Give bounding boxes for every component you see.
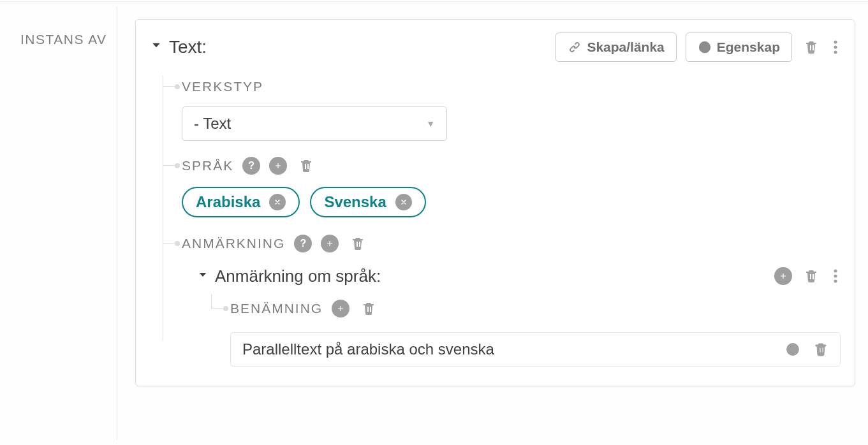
language-delete-icon[interactable]	[296, 156, 316, 176]
pill-label: Svenska	[324, 193, 386, 211]
globe-icon[interactable]	[783, 339, 803, 360]
language-row: SPRÅK ? Arabiska	[163, 155, 841, 217]
pill-remove-svenska[interactable]	[395, 194, 412, 210]
workstype-label: VERKSTYP	[182, 79, 263, 94]
name-add-icon[interactable]	[332, 300, 349, 317]
language-label: SPRÅK	[182, 158, 233, 173]
svg-point-3	[834, 270, 837, 273]
input-delete-icon[interactable]	[811, 339, 831, 360]
note-add-icon[interactable]	[321, 235, 339, 252]
card-title: Text:	[169, 37, 207, 57]
workstype-select[interactable]: - Text ▼	[182, 106, 447, 141]
subcard-add-icon[interactable]	[774, 267, 792, 285]
subcard-title: Anmärkning om språk:	[215, 266, 381, 286]
svg-point-1	[834, 46, 837, 49]
svg-point-2	[834, 51, 837, 54]
language-add-icon[interactable]	[269, 157, 287, 175]
name-input-row	[230, 332, 841, 367]
top-divider	[0, 1, 868, 2]
name-delete-icon[interactable]	[358, 298, 379, 319]
instance-card: Text: Skapa/länka Egenskap	[135, 19, 855, 386]
pill-remove-arabiska[interactable]	[269, 194, 286, 210]
create-link-label: Skapa/länka	[587, 40, 664, 55]
workstype-row: VERKSTYP - Text ▼	[163, 76, 841, 141]
language-pill-svenska[interactable]: Svenska	[310, 187, 425, 217]
more-menu-card[interactable]	[830, 37, 841, 57]
note-row: ANMÄRKNING ?	[163, 233, 841, 367]
delete-card-button[interactable]	[801, 37, 821, 57]
name-row: BENÄMNING	[211, 298, 841, 367]
subcard-collapse-toggle[interactable]	[197, 268, 209, 284]
workstype-selected-value: - Text	[194, 115, 231, 133]
subcard-delete-icon[interactable]	[801, 266, 821, 286]
name-label: BENÄMNING	[230, 301, 323, 316]
note-delete-icon[interactable]	[348, 233, 368, 254]
property-button[interactable]: Egenskap	[686, 33, 792, 62]
language-help-icon[interactable]: ?	[242, 157, 260, 175]
pill-label: Arabiska	[196, 193, 260, 211]
svg-point-4	[834, 275, 837, 278]
property-label: Egenskap	[717, 40, 780, 55]
note-help-icon[interactable]: ?	[294, 235, 312, 252]
section-label: INSTANS AV	[0, 6, 117, 440]
subcard-more-menu[interactable]	[830, 266, 841, 286]
select-caret-icon: ▼	[426, 119, 435, 129]
language-pill-arabiska[interactable]: Arabiska	[182, 187, 300, 217]
note-label: ANMÄRKNING	[182, 236, 285, 251]
create-link-button[interactable]: Skapa/länka	[555, 33, 676, 62]
svg-point-0	[834, 41, 837, 44]
svg-point-5	[834, 280, 837, 283]
collapse-toggle[interactable]	[150, 39, 163, 55]
name-input[interactable]	[242, 340, 783, 358]
